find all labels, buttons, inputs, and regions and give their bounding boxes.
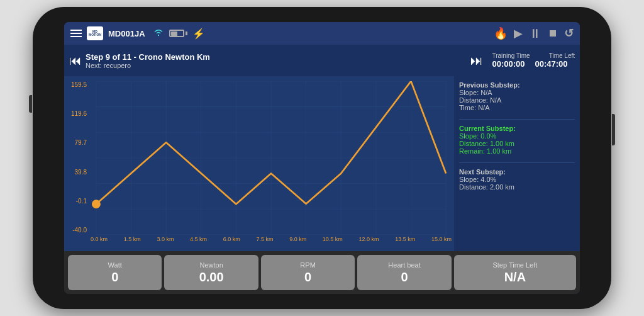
current-remain: Remain: 1.00 km: [459, 147, 575, 155]
x-label-3: 4.5 km: [190, 236, 207, 249]
next-distance: Distance: 2.00 km: [459, 183, 575, 191]
volume-button[interactable]: [29, 95, 32, 113]
current-substep: Current Substep: Slope: 0.0% Distance: 1…: [459, 125, 575, 155]
time-left-label: Time Left: [549, 52, 575, 59]
previous-substep: Previous Substep: Slope: N/A Distance: N…: [459, 81, 575, 111]
x-label-8: 12.0 km: [359, 236, 379, 249]
skip-forward-button[interactable]: ⏭: [470, 54, 483, 68]
heartbeat-card[interactable]: Heart beat 0: [357, 255, 451, 290]
current-position-dot: [92, 200, 100, 208]
y-axis: 159.5 119.6 79.7 39.8 -0.1 -40.0: [64, 81, 89, 234]
watt-card[interactable]: Watt 0: [68, 255, 162, 290]
step-time-left-card[interactable]: Step Time Left N/A: [454, 255, 576, 290]
previous-slope: Slope: N/A: [459, 89, 575, 96]
current-distance: Distance: 1.00 km: [459, 140, 575, 147]
next-slope: Slope: 4.0%: [459, 176, 575, 183]
phone-screen: MD MOTION MD001JA ⚡ 🔥 ▶: [64, 22, 580, 294]
device-id: MD001JA: [108, 29, 145, 38]
battery-indicator: [169, 30, 187, 37]
previous-time: Time: N/A: [459, 104, 575, 111]
y-label-3: 39.8: [75, 169, 87, 176]
divider-1: [459, 119, 575, 120]
y-label-1: 119.6: [71, 110, 87, 117]
x-label-7: 10.5 km: [323, 236, 343, 249]
current-slope: Slope: 0.0%: [459, 132, 575, 140]
previous-substep-title: Previous Substep:: [459, 81, 575, 89]
watt-value: 0: [111, 270, 118, 285]
power-button[interactable]: [612, 114, 615, 145]
menu-button[interactable]: [70, 30, 82, 37]
pause-button[interactable]: ⏸: [529, 26, 541, 41]
training-time-value: 00:00:00: [492, 59, 525, 69]
watt-label: Watt: [108, 261, 122, 269]
time-section: Training Time Time Left 00:00:00 00:47:0…: [492, 52, 575, 69]
rpm-label: RPM: [300, 261, 315, 269]
bolt-icon: ⚡: [192, 28, 205, 40]
next-substep-title: Next Substep:: [459, 168, 575, 176]
step-info: Step 9 of 11 - Crono Newton Km Next: rec…: [86, 52, 467, 69]
x-label-6: 9.0 km: [289, 236, 306, 249]
current-substep-title: Current Substep:: [459, 125, 575, 132]
step-time-left-label: Step Time Left: [492, 261, 537, 269]
heartbeat-label: Heart beat: [388, 261, 420, 269]
newton-value: 0.00: [199, 270, 224, 285]
metrics-bar: Watt 0 Newton 0.00 RPM 0 Heart beat 0 St…: [64, 251, 580, 294]
right-panel: Previous Substep: Slope: N/A Distance: N…: [454, 76, 580, 251]
flame-icon[interactable]: 🔥: [494, 26, 508, 40]
chart-svg: [91, 81, 452, 236]
x-label-5: 7.5 km: [256, 236, 273, 249]
step-time-left-value: N/A: [504, 270, 526, 285]
y-label-4: -0.1: [76, 198, 87, 205]
divider-2: [459, 162, 575, 163]
heartbeat-value: 0: [401, 270, 408, 285]
x-axis: 0.0 km 1.5 km 3.0 km 4.5 km 6.0 km 7.5 k…: [91, 236, 452, 249]
stop-button[interactable]: ⏹: [548, 28, 558, 39]
phone-body: MD MOTION MD001JA ⚡ 🔥 ▶: [33, 7, 611, 309]
step-bar: ⏮ Step 9 of 11 - Crono Newton Km Next: r…: [64, 45, 580, 76]
newton-card[interactable]: Newton 0.00: [164, 255, 258, 290]
y-label-2: 79.7: [75, 139, 87, 146]
wifi-icon: [153, 28, 164, 38]
training-time-label: Training Time: [492, 52, 530, 59]
y-label-5: -40.0: [72, 227, 87, 234]
chart-area: 159.5 119.6 79.7 39.8 -0.1 -40.0: [64, 76, 454, 251]
next-substep: Next Substep: Slope: 4.0% Distance: 2.00…: [459, 168, 575, 191]
x-label-2: 3.0 km: [157, 236, 174, 249]
x-label-0: 0.0 km: [91, 236, 108, 249]
y-label-0: 159.5: [71, 81, 87, 88]
x-label-10: 15.0 km: [431, 236, 452, 249]
rpm-card[interactable]: RPM 0: [261, 255, 355, 290]
newton-label: Newton: [200, 261, 223, 269]
main-content: 159.5 119.6 79.7 39.8 -0.1 -40.0: [64, 76, 580, 251]
x-label-4: 6.0 km: [223, 236, 240, 249]
step-title: Step 9 of 11 - Crono Newton Km: [86, 52, 467, 62]
rpm-value: 0: [304, 270, 311, 285]
top-bar: MD MOTION MD001JA ⚡ 🔥 ▶: [64, 22, 580, 45]
time-left-value: 00:47:00: [535, 59, 568, 69]
x-label-9: 13.5 km: [395, 236, 415, 249]
previous-distance: Distance: N/A: [459, 96, 575, 104]
refresh-button[interactable]: ↺: [564, 26, 574, 40]
play-button[interactable]: ▶: [514, 26, 523, 40]
logo: MD MOTION: [87, 26, 103, 40]
x-label-1: 1.5 km: [124, 236, 141, 249]
skip-back-button[interactable]: ⏮: [69, 54, 82, 68]
step-next: Next: recupero: [86, 62, 467, 69]
playback-controls: 🔥 ▶ ⏸ ⏹ ↺: [494, 26, 574, 41]
